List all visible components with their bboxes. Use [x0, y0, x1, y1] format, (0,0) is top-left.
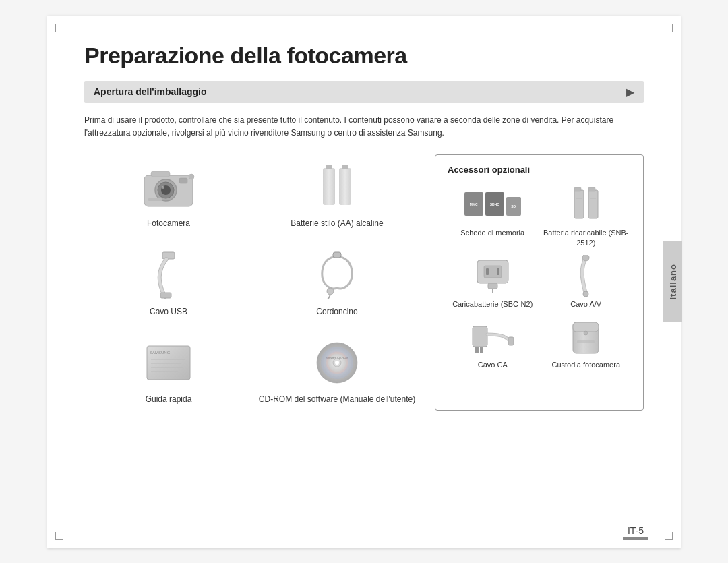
svg-rect-29: [588, 187, 595, 191]
sdhc-label: SDHC: [490, 202, 499, 206]
svg-text:SAMSUNG: SAMSUNG: [150, 351, 171, 355]
av-cable-icon: [575, 256, 597, 296]
svg-rect-9: [162, 252, 175, 259]
ca-cable-icon: [471, 316, 514, 357]
svg-rect-47: [577, 340, 595, 343]
svg-rect-35: [497, 268, 499, 275]
sd-card: SD: [506, 197, 521, 216]
svg-rect-5: [179, 178, 187, 183]
svg-point-46: [584, 331, 588, 335]
svg-point-22: [335, 361, 339, 365]
list-item: Fotocamera: [84, 154, 253, 235]
section-header-arrow-icon: ▶: [626, 86, 634, 98]
lanyard-icon: [317, 248, 357, 302]
accessories-title: Accessori opzionali: [448, 165, 631, 175]
svg-rect-40: [473, 326, 487, 347]
svg-point-38: [582, 255, 589, 261]
description-text: Prima di usare il prodotto, controllare …: [84, 114, 644, 140]
svg-rect-34: [486, 268, 489, 275]
battery-1: [323, 168, 335, 205]
mmc-card: MMC: [464, 192, 483, 216]
item-label: CD-ROM del software (Manuale dell'utente…: [259, 394, 415, 405]
charger-icon: [472, 256, 514, 296]
memory-cards-icon: MMC SDHC SD: [464, 184, 521, 225]
list-item: Cavo A/V: [541, 256, 632, 309]
batteries-icon: [323, 160, 351, 214]
svg-rect-10: [160, 293, 171, 298]
item-label: Batterie stilo (AA) alcaline: [291, 218, 383, 229]
acc-label: Cavo CA: [478, 360, 508, 370]
page-number: IT-5: [628, 525, 644, 536]
side-tab-label: italiano: [668, 264, 678, 300]
item-label: Guida rapida: [146, 394, 192, 405]
list-item: SAMSUNG Guida rapida: [84, 330, 253, 411]
sdhc-card: SDHC: [485, 192, 504, 216]
acc-label: Custodia fotocamera: [552, 360, 621, 370]
svg-rect-28: [588, 190, 598, 218]
svg-rect-12: [333, 252, 341, 258]
acc-label: Cavo A/V: [570, 299, 601, 309]
svg-rect-36: [488, 283, 497, 289]
list-item: Custodia fotocamera: [541, 316, 632, 370]
page-container: italiano IT-5 Preparazione della fotocam…: [0, 0, 728, 563]
acc-label: Schede di memoria: [460, 228, 524, 238]
section-header-title: Apertura dell'imballaggio: [94, 86, 206, 97]
list-item: Batterie stilo (AA) alcaline: [253, 154, 421, 235]
corner-br: [665, 532, 673, 540]
svg-point-4: [162, 186, 164, 189]
page-title: Preparazione della fotocamera: [84, 42, 644, 69]
language-side-tab: italiano: [663, 241, 682, 322]
acc-label: Batteria ricaricabile (SNB-2512): [541, 228, 632, 249]
item-label: Fotocamera: [147, 218, 190, 229]
svg-rect-42: [480, 347, 483, 353]
corner-bl: [55, 532, 63, 540]
svg-rect-45: [573, 322, 599, 332]
rechargeable-battery-icon: [568, 184, 605, 225]
items-grid: Fotocamera Batterie stilo (AA) alcaline: [84, 154, 421, 411]
content-area: Fotocamera Batterie stilo (AA) alcaline: [84, 154, 644, 411]
list-item: Batteria ricaricabile (SNB-2512): [541, 184, 632, 249]
section-header: Apertura dell'imballaggio ▶: [84, 81, 644, 103]
item-label: Cordoncino: [316, 306, 357, 318]
svg-point-39: [583, 291, 588, 297]
cd-rom-icon: Software CD-ROM: [314, 336, 360, 390]
doc-page: italiano IT-5 Preparazione della fotocam…: [47, 16, 681, 548]
svg-rect-7: [148, 198, 162, 201]
mmc-label: MMC: [470, 202, 478, 206]
page-number-bar: [623, 537, 648, 540]
usb-cable-icon: [150, 248, 187, 302]
corner-tl: [55, 24, 63, 32]
battery-2: [339, 168, 351, 205]
svg-rect-43: [508, 337, 514, 345]
list-item: Cavo USB: [84, 243, 253, 323]
accessories-box: Accessori opzionali MMC SDHC SD Schede d…: [435, 154, 644, 411]
svg-point-8: [189, 174, 194, 179]
list-item: Cordoncino: [253, 243, 421, 323]
svg-rect-26: [574, 190, 584, 218]
acc-label: Caricabatterie (SBC-N2): [452, 299, 533, 309]
quick-guide-icon: SAMSUNG: [144, 336, 193, 390]
item-label: Cavo USB: [150, 306, 187, 318]
svg-rect-27: [574, 187, 581, 191]
camera-icon: [139, 160, 198, 214]
list-item: Software CD-ROM CD-ROM del software (Man…: [253, 330, 421, 411]
list-item: MMC SDHC SD Schede di memoria: [448, 184, 538, 249]
corner-tr: [665, 24, 673, 32]
svg-rect-6: [151, 171, 170, 177]
list-item: Caricabatterie (SBC-N2): [448, 256, 538, 309]
accessories-grid: MMC SDHC SD Schede di memoria: [448, 184, 631, 371]
sd-label: SD: [511, 204, 516, 208]
list-item: Cavo CA: [448, 316, 538, 370]
svg-point-11: [327, 288, 334, 295]
svg-rect-41: [475, 347, 479, 353]
camera-case-icon: [570, 316, 601, 357]
